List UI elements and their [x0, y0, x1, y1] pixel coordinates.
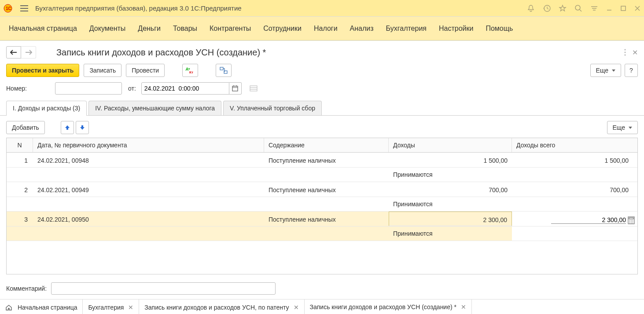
table-more-button[interactable]: Еще — [607, 121, 638, 134]
svg-point-18 — [633, 220, 633, 221]
svg-point-17 — [631, 220, 632, 221]
close-icon[interactable]: ✕ — [128, 304, 133, 311]
list-icon[interactable] — [250, 85, 258, 91]
income-total-edit-cell[interactable] — [512, 212, 637, 226]
page-title: Запись книги доходов и расходов УСН (соз… — [56, 47, 624, 58]
table-row[interactable]: 1 24.02.2021, 00948 Поступление наличных… — [7, 153, 637, 168]
kebab-icon[interactable] — [624, 49, 626, 56]
page-close-icon[interactable]: ✕ — [632, 48, 638, 57]
comment-label: Комментарий: — [6, 285, 47, 292]
table-row-sub-selected[interactable]: Принимаются — [7, 226, 637, 241]
grid: N Дата, № первичного документа Содержани… — [6, 138, 638, 274]
number-label: Номер: — [6, 85, 27, 92]
btab-record1[interactable]: Запись книги доходов и расходов УСН, по … — [139, 299, 304, 314]
menu-start[interactable]: Начальная страница — [9, 25, 77, 33]
tabs: I. Доходы и расходы (3) IV. Расходы, уме… — [0, 101, 644, 116]
svg-point-6 — [625, 52, 626, 53]
post-button[interactable]: Провести — [126, 64, 165, 77]
menu-counterparties[interactable]: Контрагенты — [210, 25, 251, 33]
search-icon[interactable] — [574, 4, 582, 12]
svg-text:1С: 1С — [6, 6, 11, 11]
col-n[interactable]: N — [7, 138, 33, 152]
btab-record2-active[interactable]: Запись книги доходов и расходов УСН (соз… — [305, 299, 472, 314]
main-menu: Начальная страница Документы Деньги Това… — [0, 17, 644, 40]
tab-tax-reducing[interactable]: IV. Расходы, уменьшающие сумму налога — [88, 101, 221, 115]
move-down-button[interactable] — [76, 121, 89, 134]
bottom-tabs: Начальная страница Бухгалтерия ✕ Запись … — [0, 299, 644, 314]
col-date[interactable]: Дата, № первичного документа — [33, 138, 264, 152]
move-up-button[interactable] — [61, 121, 74, 134]
svg-rect-4 — [621, 6, 626, 11]
add-button[interactable]: Добавить — [6, 121, 45, 134]
more-button[interactable]: Еще — [590, 64, 622, 77]
date-input[interactable] — [141, 82, 229, 95]
comment-input[interactable] — [51, 282, 276, 295]
table-row-sub[interactable]: Принимаются — [7, 197, 637, 212]
btab-accounting[interactable]: Бухгалтерия ✕ — [83, 299, 139, 314]
help-button[interactable]: ? — [625, 64, 638, 77]
close-icon[interactable]: ✕ — [461, 303, 466, 310]
menu-employees[interactable]: Сотрудники — [263, 25, 302, 33]
hamburger-icon[interactable] — [20, 5, 28, 11]
svg-point-19 — [629, 221, 630, 222]
history-icon[interactable] — [543, 4, 551, 12]
menu-accounting[interactable]: Бухгалтерия — [386, 25, 427, 33]
svg-text:Кт: Кт — [189, 70, 193, 74]
post-close-button[interactable]: Провести и закрыть — [6, 64, 79, 77]
related-button[interactable] — [216, 64, 232, 77]
svg-point-24 — [633, 223, 633, 223]
page: Запись книги доходов и расходов УСН (соз… — [0, 40, 644, 299]
svg-point-5 — [625, 49, 626, 51]
menu-goods[interactable]: Товары — [173, 25, 197, 33]
svg-point-21 — [633, 221, 633, 222]
svg-rect-15 — [629, 218, 633, 219]
save-button[interactable]: Записать — [84, 64, 121, 77]
from-label: от: — [128, 85, 136, 92]
dt-kt-button[interactable]: ДтКт — [182, 64, 198, 77]
nav-forward-button[interactable] — [21, 46, 36, 58]
svg-point-23 — [631, 223, 632, 223]
menu-documents[interactable]: Документы — [89, 25, 125, 33]
calculator-icon[interactable] — [628, 216, 635, 224]
svg-point-7 — [625, 55, 626, 56]
close-icon[interactable]: ✕ — [294, 304, 299, 311]
calendar-icon[interactable] — [229, 82, 242, 95]
menu-money[interactable]: Деньги — [138, 25, 161, 33]
btab-home[interactable]: Начальная страница — [0, 299, 83, 314]
svg-point-3 — [575, 5, 580, 10]
panel-icon[interactable] — [590, 4, 598, 12]
grid-header: N Дата, № первичного документа Содержани… — [7, 138, 637, 153]
menu-settings[interactable]: Настройки — [439, 25, 473, 33]
income-total-input[interactable] — [551, 216, 626, 224]
table-row[interactable]: 2 24.02.2021, 00949 Поступление наличных… — [7, 182, 637, 197]
col-income[interactable]: Доходы — [389, 138, 512, 152]
menu-taxes[interactable]: Налоги — [314, 25, 338, 33]
logo-1c: 1С — [4, 4, 16, 13]
nav-back-button[interactable] — [6, 46, 21, 58]
tab-income-expense[interactable]: I. Доходы и расходы (3) — [6, 101, 87, 115]
window-close-icon[interactable] — [634, 5, 640, 11]
bell-icon[interactable] — [527, 4, 535, 12]
table-row-selected[interactable]: 3 24.02.2021, 00950 Поступление наличных… — [7, 212, 637, 226]
svg-point-16 — [629, 220, 630, 221]
svg-rect-10 — [220, 67, 223, 70]
titlebar: 1С Бухгалтерия предприятия (базовая), ре… — [0, 0, 644, 17]
app-title: Бухгалтерия предприятия (базовая), редак… — [35, 4, 527, 12]
menu-analysis[interactable]: Анализ — [350, 25, 374, 33]
number-input[interactable] — [55, 82, 122, 95]
table-row-sub[interactable]: Принимаются — [7, 168, 637, 182]
minimize-icon[interactable] — [606, 5, 612, 11]
star-icon[interactable] — [559, 4, 567, 12]
svg-point-22 — [629, 223, 630, 223]
tab-trade-fee[interactable]: V. Уплаченный торговый сбор — [223, 101, 322, 115]
maximize-icon[interactable] — [620, 5, 626, 11]
menu-help[interactable]: Помощь — [486, 25, 513, 33]
svg-point-20 — [631, 221, 632, 222]
col-desc[interactable]: Содержание — [264, 138, 389, 152]
home-icon — [5, 304, 12, 310]
col-total[interactable]: Доходы всего — [512, 138, 637, 152]
svg-rect-12 — [232, 86, 238, 91]
svg-rect-13 — [250, 86, 257, 91]
